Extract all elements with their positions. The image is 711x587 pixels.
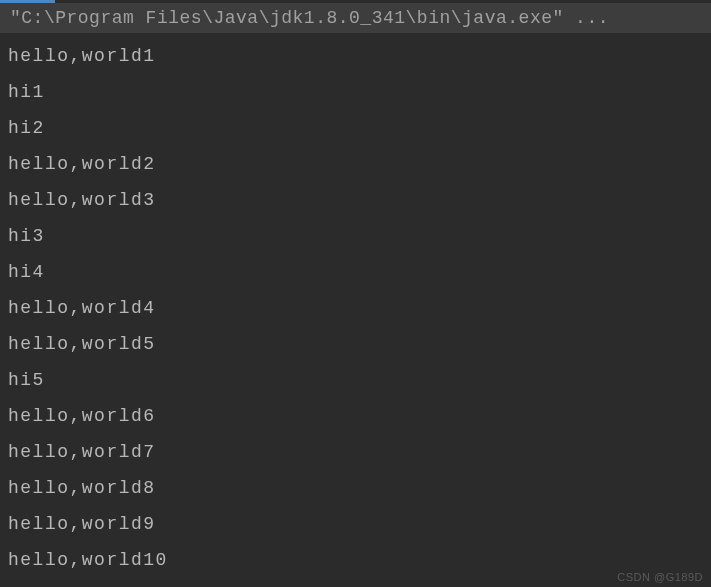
output-line: hi2 xyxy=(8,110,703,146)
output-line: hello,world3 xyxy=(8,182,703,218)
output-line: hello,world1 xyxy=(8,38,703,74)
console-output[interactable]: hello,world1 hi1 hi2 hello,world2 hello,… xyxy=(0,33,711,578)
command-line[interactable]: "C:\Program Files\Java\jdk1.8.0_341\bin\… xyxy=(0,3,711,33)
output-line: hello,world5 xyxy=(8,326,703,362)
watermark: CSDN @G189D xyxy=(617,571,703,583)
output-line: hello,world2 xyxy=(8,146,703,182)
output-line: hello,world4 xyxy=(8,290,703,326)
output-line: hello,world10 xyxy=(8,542,703,578)
output-line: hi3 xyxy=(8,218,703,254)
output-line: hello,world8 xyxy=(8,470,703,506)
output-line: hi4 xyxy=(8,254,703,290)
output-line: hello,world6 xyxy=(8,398,703,434)
output-line: hi1 xyxy=(8,74,703,110)
tab-active-indicator xyxy=(0,0,55,3)
output-line: hi5 xyxy=(8,362,703,398)
output-line: hello,world9 xyxy=(8,506,703,542)
output-line: hello,world7 xyxy=(8,434,703,470)
